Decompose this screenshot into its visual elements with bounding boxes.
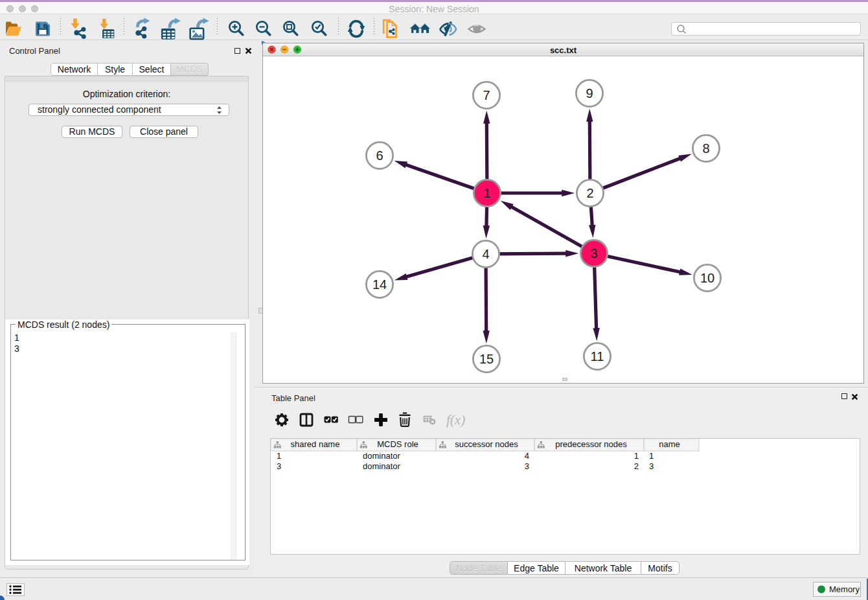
svg-text:3: 3 bbox=[649, 461, 654, 471]
svg-text:successor nodes: successor nodes bbox=[455, 439, 518, 449]
svg-text:3: 3 bbox=[525, 461, 529, 471]
svg-text:14: 14 bbox=[372, 277, 387, 292]
svg-text:11: 11 bbox=[591, 349, 604, 363]
svg-text:MCDS role: MCDS role bbox=[377, 439, 418, 449]
svg-text:1: 1 bbox=[483, 186, 490, 200]
svg-text:15: 15 bbox=[479, 352, 494, 366]
svg-text:6: 6 bbox=[376, 148, 383, 163]
svg-text:3: 3 bbox=[277, 461, 281, 471]
svg-text:2: 2 bbox=[634, 461, 639, 471]
svg-text:1: 1 bbox=[277, 451, 281, 461]
svg-text:1: 1 bbox=[634, 451, 639, 461]
svg-text:Memory: Memory bbox=[829, 584, 860, 594]
svg-text:name: name bbox=[659, 439, 680, 449]
svg-text:8: 8 bbox=[702, 141, 709, 156]
svg-text:4: 4 bbox=[525, 451, 529, 461]
svg-text:2: 2 bbox=[586, 186, 593, 200]
svg-text:dominator: dominator bbox=[363, 461, 400, 471]
svg-text:f(x): f(x) bbox=[446, 412, 465, 428]
svg-text:3: 3 bbox=[590, 246, 597, 260]
svg-text:predecessor nodes: predecessor nodes bbox=[555, 439, 627, 449]
svg-text:shared name: shared name bbox=[291, 439, 340, 449]
svg-text:4: 4 bbox=[482, 247, 489, 261]
svg-text:9: 9 bbox=[586, 86, 593, 100]
svg-text:dominator: dominator bbox=[363, 451, 400, 461]
svg-text:7: 7 bbox=[483, 88, 490, 102]
svg-text:10: 10 bbox=[700, 271, 714, 285]
svg-text:1: 1 bbox=[649, 451, 654, 461]
